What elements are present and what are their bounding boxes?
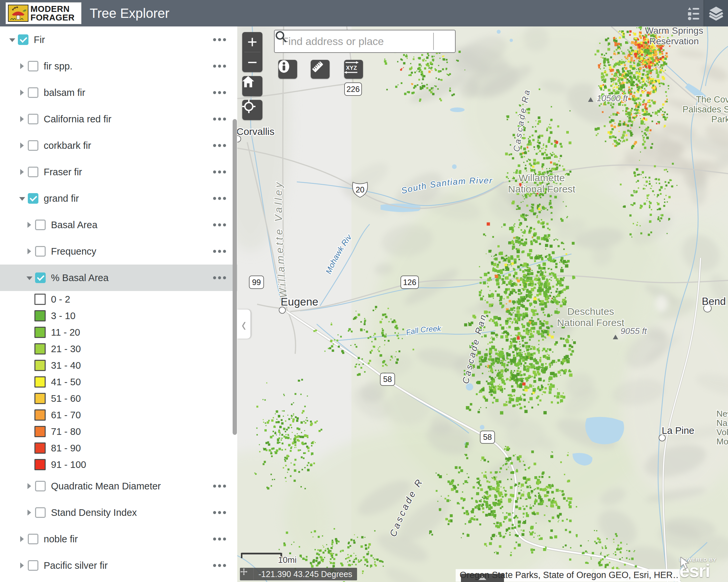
layer-options-button[interactable]	[213, 38, 226, 41]
attribution-text: Oregon State Parks, State of Oregon GEO,…	[460, 570, 678, 580]
caret-right-icon[interactable]	[26, 482, 33, 490]
legend-row[interactable]: 31 - 40	[0, 357, 237, 374]
layer-label: grand fir	[44, 193, 79, 204]
caret-right-icon[interactable]	[19, 115, 26, 123]
layer-options-button[interactable]	[213, 564, 226, 567]
legend-row[interactable]: 3 - 10	[0, 308, 237, 324]
layer-options-button[interactable]	[213, 91, 226, 94]
legend-row[interactable]: 71 - 80	[0, 423, 237, 440]
zoom-out-button[interactable]: −	[242, 52, 262, 72]
layer-checkbox[interactable]	[28, 87, 38, 98]
legend-row[interactable]: 61 - 70	[0, 407, 237, 423]
layer-row[interactable]: Basal Area	[0, 212, 237, 238]
layer-row[interactable]: Pacific silver fir	[0, 552, 237, 579]
shield-99: 99	[250, 276, 263, 288]
layer-row[interactable]: Fir	[0, 26, 237, 53]
caret-right-icon[interactable]	[26, 509, 33, 516]
newberry-label: New Na Vol Mor	[717, 409, 728, 446]
legend-swatch	[34, 426, 46, 437]
legend-row[interactable]: 41 - 50	[0, 374, 237, 390]
layer-label: Fraser fir	[44, 167, 82, 177]
layer-options-button[interactable]	[213, 224, 226, 226]
caret-right-icon[interactable]	[26, 248, 33, 255]
layer-row[interactable]: California red fir	[0, 106, 237, 132]
layer-checkbox[interactable]	[35, 246, 46, 257]
search-input[interactable]	[275, 35, 433, 48]
sidebar-scrollbar[interactable]	[233, 119, 237, 435]
legend-row[interactable]: 81 - 90	[0, 440, 237, 456]
layer-row[interactable]: grand fir	[0, 185, 237, 212]
xyz-coordinates-button[interactable]: XYZ	[344, 60, 363, 79]
locate-button[interactable]	[242, 100, 262, 120]
layer-checkbox[interactable]	[28, 560, 38, 571]
caret-right-icon[interactable]	[19, 62, 26, 70]
layer-checkbox[interactable]	[28, 193, 38, 204]
svg-text:Park: Park	[711, 114, 728, 124]
layer-checkbox[interactable]	[28, 61, 38, 72]
caret-down-icon[interactable]	[19, 195, 26, 202]
shield-58b: 58	[480, 431, 494, 443]
layer-row[interactable]: Fraser fir	[0, 159, 237, 185]
layer-options-button[interactable]	[213, 171, 226, 174]
svg-text:XYZ: XYZ	[346, 65, 357, 71]
caret-down-icon[interactable]	[26, 274, 33, 281]
caret-right-icon[interactable]	[19, 89, 26, 96]
layer-checkbox[interactable]	[28, 140, 38, 151]
layer-options-button[interactable]	[213, 538, 226, 541]
layer-options-button[interactable]	[213, 485, 226, 488]
layer-row[interactable]: Frequency	[0, 238, 237, 265]
home-button[interactable]	[242, 76, 262, 96]
legend-row[interactable]: 0 - 2	[0, 291, 237, 308]
layer-checkbox[interactable]	[35, 507, 46, 518]
legend-row[interactable]: 21 - 30	[0, 341, 237, 357]
layer-options-button[interactable]	[213, 65, 226, 68]
svg-text:Vol: Vol	[717, 427, 728, 437]
sidebar-collapse-button[interactable]: ‹	[237, 309, 251, 339]
caret-right-icon[interactable]	[26, 221, 33, 228]
coordinate-readout[interactable]: -121.390 43.245 Degrees	[240, 568, 357, 580]
caret-down-icon[interactable]	[8, 36, 16, 43]
zoom-in-button[interactable]: +	[242, 32, 262, 52]
layer-row[interactable]: % Basal Area	[0, 265, 237, 291]
svg-text:Bend: Bend	[702, 296, 726, 307]
info-button[interactable]	[278, 60, 297, 79]
legend-row[interactable]: 51 - 60	[0, 390, 237, 407]
legend-class-label: 91 - 100	[51, 459, 86, 470]
layer-checkbox[interactable]	[35, 273, 46, 283]
layer-row[interactable]: corkbark fir	[0, 132, 237, 159]
layer-options-button[interactable]	[213, 276, 226, 279]
caret-right-icon[interactable]	[19, 168, 26, 175]
esri-logo[interactable]: POWERED BY esri	[679, 557, 728, 579]
layer-checkbox[interactable]	[28, 534, 38, 544]
layers-toggle-button[interactable]	[703, 0, 728, 26]
modern-forager-logo[interactable]: MODERN FORAGER	[6, 3, 81, 24]
layer-checkbox[interactable]	[18, 34, 28, 45]
logo-line1: MODERN	[30, 5, 75, 13]
layer-row[interactable]: Stand Density Index	[0, 499, 237, 526]
legend-row[interactable]: 11 - 20	[0, 324, 237, 341]
layer-checkbox[interactable]	[35, 220, 46, 230]
measure-button[interactable]	[311, 60, 330, 79]
layer-row[interactable]: noble fir	[0, 526, 237, 552]
layer-row[interactable]: balsam fir	[0, 79, 237, 106]
search-button[interactable]	[434, 30, 455, 52]
layer-options-button[interactable]	[213, 197, 226, 200]
caret-right-icon[interactable]	[19, 142, 26, 149]
header-actions	[682, 0, 728, 26]
map-canvas[interactable]: Willamette Valley Cascade Range Cascade …	[237, 26, 728, 582]
layer-row[interactable]: fir spp.	[0, 53, 237, 79]
layer-checkbox[interactable]	[28, 167, 38, 177]
layer-options-button[interactable]	[213, 144, 226, 147]
layer-checkbox[interactable]	[35, 481, 46, 491]
layer-options-button[interactable]	[213, 250, 226, 253]
svg-text:Reservation: Reservation	[649, 36, 699, 46]
legend-row[interactable]: 91 - 100	[0, 456, 237, 473]
layer-options-button[interactable]	[213, 118, 226, 121]
layer-row[interactable]: Quadratic Mean Diameter	[0, 473, 237, 499]
legend-toggle-button[interactable]	[682, 0, 703, 26]
caret-right-icon[interactable]	[19, 535, 26, 543]
layer-options-button[interactable]	[213, 511, 226, 514]
legend-class-label: 3 - 10	[51, 310, 75, 322]
layer-checkbox[interactable]	[28, 114, 38, 124]
caret-right-icon[interactable]	[19, 562, 26, 569]
